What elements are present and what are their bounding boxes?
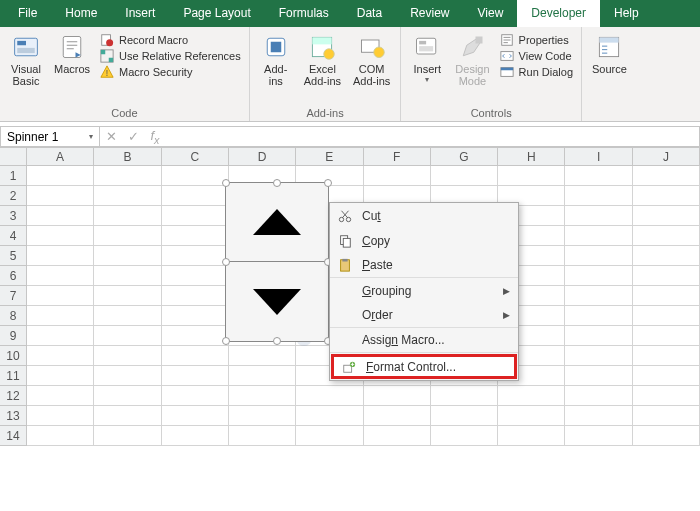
col-header[interactable]: I bbox=[565, 148, 632, 166]
cell[interactable] bbox=[94, 346, 161, 366]
cell[interactable] bbox=[364, 406, 431, 426]
insert-control-button[interactable]: Insert ▾ bbox=[405, 31, 449, 86]
row-header[interactable]: 8 bbox=[0, 306, 27, 326]
cell[interactable] bbox=[27, 266, 94, 286]
cell[interactable] bbox=[296, 426, 363, 446]
cell[interactable] bbox=[229, 346, 296, 366]
cell[interactable] bbox=[565, 306, 632, 326]
cell[interactable] bbox=[633, 306, 700, 326]
resize-handle[interactable] bbox=[324, 179, 332, 187]
cell[interactable] bbox=[27, 246, 94, 266]
cell[interactable] bbox=[27, 286, 94, 306]
col-header[interactable]: H bbox=[498, 148, 565, 166]
fx-icon[interactable]: fx bbox=[144, 128, 166, 146]
addins-button[interactable]: Add- ins bbox=[254, 31, 298, 89]
macros-button[interactable]: Macros bbox=[48, 31, 96, 77]
ctx-format-control[interactable]: Format Control... bbox=[331, 354, 517, 379]
row-header[interactable]: 11 bbox=[0, 366, 27, 386]
cell[interactable] bbox=[27, 166, 94, 186]
tab-data[interactable]: Data bbox=[343, 0, 396, 27]
cell[interactable] bbox=[162, 166, 229, 186]
cell[interactable] bbox=[565, 186, 632, 206]
cell[interactable] bbox=[633, 246, 700, 266]
cell[interactable] bbox=[94, 226, 161, 246]
cell[interactable] bbox=[27, 186, 94, 206]
cell[interactable] bbox=[162, 326, 229, 346]
cell[interactable] bbox=[431, 426, 498, 446]
cell[interactable] bbox=[364, 426, 431, 446]
row-header[interactable]: 6 bbox=[0, 266, 27, 286]
cell[interactable] bbox=[94, 326, 161, 346]
cell[interactable] bbox=[162, 226, 229, 246]
cell[interactable] bbox=[229, 426, 296, 446]
visual-basic-button[interactable]: Visual Basic bbox=[4, 31, 48, 89]
cell[interactable] bbox=[565, 326, 632, 346]
properties-button[interactable]: Properties bbox=[500, 33, 573, 47]
tab-page-layout[interactable]: Page Layout bbox=[169, 0, 264, 27]
cell[interactable] bbox=[431, 386, 498, 406]
cell[interactable] bbox=[565, 366, 632, 386]
col-header[interactable]: G bbox=[431, 148, 498, 166]
resize-handle[interactable] bbox=[222, 179, 230, 187]
row-header[interactable]: 5 bbox=[0, 246, 27, 266]
tab-formulas[interactable]: Formulas bbox=[265, 0, 343, 27]
cell[interactable] bbox=[633, 426, 700, 446]
cell[interactable] bbox=[565, 426, 632, 446]
cell[interactable] bbox=[565, 386, 632, 406]
cell[interactable] bbox=[27, 386, 94, 406]
ctx-cut[interactable]: Cut bbox=[330, 203, 518, 228]
cell[interactable] bbox=[162, 386, 229, 406]
cell[interactable] bbox=[633, 286, 700, 306]
cell[interactable] bbox=[94, 366, 161, 386]
use-relative-references-button[interactable]: Use Relative References bbox=[100, 49, 241, 63]
cell[interactable] bbox=[27, 366, 94, 386]
cell[interactable] bbox=[296, 386, 363, 406]
cell[interactable] bbox=[633, 206, 700, 226]
com-addins-button[interactable]: COM Add-ins bbox=[347, 31, 396, 89]
col-header[interactable]: A bbox=[27, 148, 94, 166]
cell[interactable] bbox=[94, 426, 161, 446]
cell[interactable] bbox=[94, 166, 161, 186]
cell[interactable] bbox=[565, 286, 632, 306]
cell[interactable] bbox=[498, 426, 565, 446]
row-header[interactable]: 13 bbox=[0, 406, 27, 426]
cell[interactable] bbox=[633, 366, 700, 386]
ctx-paste[interactable]: Paste bbox=[330, 253, 518, 278]
cell[interactable] bbox=[565, 246, 632, 266]
resize-handle[interactable] bbox=[222, 337, 230, 345]
tab-view[interactable]: View bbox=[464, 0, 518, 27]
row-header[interactable]: 1 bbox=[0, 166, 27, 186]
cell[interactable] bbox=[27, 306, 94, 326]
tab-file[interactable]: File bbox=[0, 0, 51, 27]
cell[interactable] bbox=[633, 186, 700, 206]
tab-help[interactable]: Help bbox=[600, 0, 653, 27]
cell[interactable] bbox=[633, 326, 700, 346]
cell[interactable] bbox=[431, 166, 498, 186]
cell[interactable] bbox=[431, 406, 498, 426]
cell[interactable] bbox=[565, 226, 632, 246]
cell[interactable] bbox=[633, 406, 700, 426]
ctx-grouping[interactable]: Grouping ▶ bbox=[330, 278, 518, 303]
view-code-button[interactable]: View Code bbox=[500, 49, 573, 63]
ctx-copy[interactable]: Copy bbox=[330, 228, 518, 253]
cell[interactable] bbox=[162, 286, 229, 306]
spinner-down-button[interactable] bbox=[226, 262, 328, 341]
cell[interactable] bbox=[364, 166, 431, 186]
col-header[interactable]: B bbox=[94, 148, 161, 166]
cell[interactable] bbox=[162, 366, 229, 386]
cell[interactable] bbox=[27, 226, 94, 246]
cell[interactable] bbox=[162, 206, 229, 226]
cell[interactable] bbox=[565, 346, 632, 366]
cell[interactable] bbox=[27, 406, 94, 426]
cell[interactable] bbox=[633, 386, 700, 406]
ctx-assign-macro[interactable]: Assign Macro... bbox=[330, 328, 518, 353]
select-all-corner[interactable] bbox=[0, 148, 27, 166]
macro-security-button[interactable]: ! Macro Security bbox=[100, 65, 241, 79]
tab-insert[interactable]: Insert bbox=[111, 0, 169, 27]
record-macro-button[interactable]: Record Macro bbox=[100, 33, 241, 47]
resize-handle[interactable] bbox=[222, 258, 230, 266]
resize-handle[interactable] bbox=[273, 179, 281, 187]
tab-review[interactable]: Review bbox=[396, 0, 463, 27]
col-header[interactable]: D bbox=[229, 148, 296, 166]
cell[interactable] bbox=[162, 266, 229, 286]
